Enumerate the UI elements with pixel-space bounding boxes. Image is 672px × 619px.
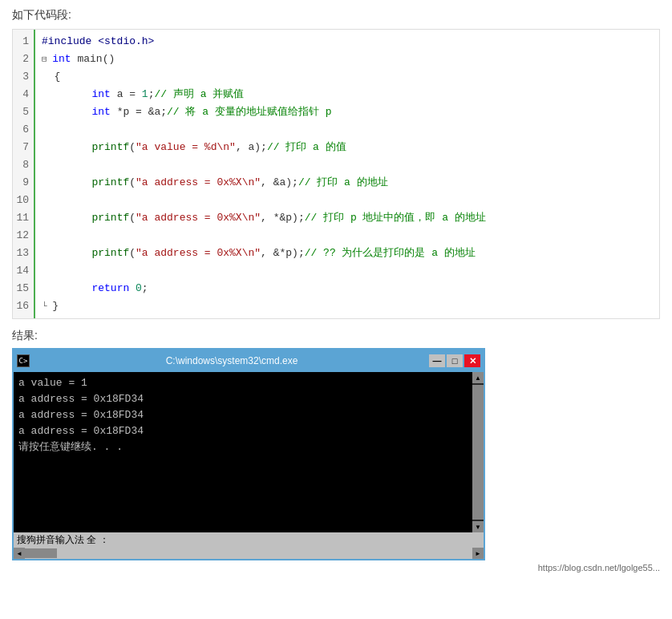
code-content: #include <stdio.h> ⊟ int main() { int a …	[35, 30, 659, 318]
code-line-13: printf("a address = 0x%X\n", &*p);// ?? …	[42, 245, 653, 262]
fold-icon-2[interactable]: ⊟	[42, 55, 52, 64]
cmd-minimize-button[interactable]: —	[429, 354, 445, 367]
cmd-window: C> C:\windows\system32\cmd.exe — □ ✕ a v…	[12, 348, 485, 560]
cmd-line-2: a address = 0x18FD34	[18, 391, 468, 407]
scrollbar-right-arrow[interactable]: ►	[472, 548, 484, 559]
fold-icon-16[interactable]: └	[42, 301, 52, 311]
scrollbar-down-arrow[interactable]: ▼	[472, 521, 484, 532]
cmd-line-5: 请按任意键继续. . .	[18, 439, 468, 455]
cmd-body-row: a value = 1 a address = 0x18FD34 a addre…	[14, 372, 484, 532]
code-line-10	[42, 192, 653, 209]
scrollbar-up-arrow[interactable]: ▲	[472, 372, 484, 383]
horizontal-scrollbar[interactable]: ◄ ►	[14, 548, 484, 559]
code-line-16: └ }	[42, 297, 653, 315]
cmd-body: a value = 1 a address = 0x18FD34 a addre…	[14, 372, 472, 532]
url-bar: https://blog.csdn.net/lgolge55...	[12, 563, 660, 572]
code-line-11: printf("a address = 0x%X\n", *&p);// 打印 …	[42, 209, 653, 227]
intro-label: 如下代码段:	[12, 8, 660, 22]
line-numbers: 1 2 3 4 5 6 7 8 9 10 11 12 13 14 15 16	[13, 30, 35, 318]
scrollbar-thumb[interactable]	[472, 385, 484, 520]
cmd-output: a value = 1 a address = 0x18FD34 a addre…	[18, 375, 468, 529]
code-line-12	[42, 227, 653, 245]
code-line-4: int a = 1;// 声明 a 并赋值	[42, 86, 653, 103]
cmd-line-1: a value = 1	[18, 375, 468, 391]
cmd-icon: C>	[17, 354, 30, 367]
cmd-line-4: a address = 0x18FD34	[18, 423, 468, 439]
code-line-8	[42, 156, 653, 174]
code-line-2: ⊟ int main()	[42, 51, 653, 68]
code-line-7: printf("a value = %d\n", a);// 打印 a 的值	[42, 139, 653, 156]
code-line-5: int *p = &a;// 将 a 变量的地址赋值给指针 p	[42, 103, 653, 121]
cmd-line-3: a address = 0x18FD34	[18, 407, 468, 423]
cmd-controls: — □ ✕	[429, 354, 480, 367]
code-line-6	[42, 121, 653, 139]
cmd-ime-bar: 搜狗拼音输入法 全 ：	[14, 532, 484, 548]
cmd-body-container: a value = 1 a address = 0x18FD34 a addre…	[14, 372, 484, 559]
code-line-14	[42, 262, 653, 280]
scrollbar-left-arrow[interactable]: ◄	[14, 548, 25, 559]
code-line-3: {	[42, 68, 653, 86]
code-line-15: return 0;	[42, 280, 653, 297]
cmd-maximize-button[interactable]: □	[447, 354, 463, 367]
code-line-1: #include <stdio.h>	[42, 33, 653, 51]
code-block: 1 2 3 4 5 6 7 8 9 10 11 12 13 14 15 16 #…	[12, 29, 660, 319]
cmd-titlebar: C> C:\windows\system32\cmd.exe — □ ✕	[14, 350, 484, 372]
bottom-scrollbar-thumb[interactable]	[25, 548, 57, 558]
cmd-title: C:\windows\system32\cmd.exe	[34, 355, 429, 366]
cmd-close-button[interactable]: ✕	[464, 354, 480, 367]
result-label: 结果:	[12, 329, 660, 343]
bottom-scrollbar-track	[25, 548, 472, 559]
vertical-scrollbar[interactable]: ▲ ▼	[472, 372, 484, 532]
code-line-9: printf("a address = 0x%X\n", &a);// 打印 a…	[42, 174, 653, 192]
